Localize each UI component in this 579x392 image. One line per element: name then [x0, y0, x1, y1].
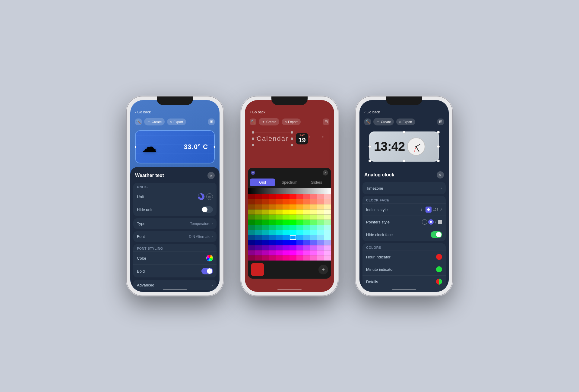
phone1-toolbar: 🔨 ＋ Create ⎋ Export ⊞: [130, 117, 220, 128]
font-label: Font: [137, 234, 189, 239]
indices-slash-btn[interactable]: /: [419, 207, 425, 213]
create-icon: ＋: [147, 119, 150, 124]
color-grid[interactable]: [248, 188, 331, 261]
indices-style-row: Indices style / 123 𝐼: [362, 203, 446, 216]
picker-tab-bar: Grid Spectrum Sliders: [248, 177, 331, 188]
handle-br[interactable]: [214, 162, 215, 163]
selected-swatch: [251, 263, 264, 276]
phone1-home-bar: [163, 289, 187, 290]
phone2-hammer-btn[interactable]: 🔨: [250, 119, 256, 125]
clock-handle-bl[interactable]: [369, 160, 371, 162]
color-picker-btn[interactable]: [206, 255, 213, 261]
popup-close-btn[interactable]: ×: [323, 170, 328, 175]
cloud-icon: ☁: [142, 138, 157, 156]
phone2-toolbar: 🔨 ＋ Create ⎋ Export ⊞: [245, 117, 334, 128]
cal-handle-tl[interactable]: [252, 131, 254, 134]
handle-ml[interactable]: [135, 145, 136, 148]
clock-handle-bm[interactable]: [403, 160, 406, 162]
clock-handle-tr[interactable]: [437, 131, 440, 134]
create3-icon: ＋: [376, 119, 380, 124]
advanced-label: Advanced: [137, 283, 212, 287]
phone1-layers-btn[interactable]: ⊞: [208, 119, 215, 125]
phone3-back-btn[interactable]: ‹ Go back: [364, 110, 380, 114]
add-color-btn[interactable]: +: [318, 265, 328, 274]
handle-tr[interactable]: [214, 130, 215, 131]
tab-spectrum[interactable]: Spectrum: [277, 179, 302, 186]
hide-clock-label: Hide clock face: [366, 232, 431, 237]
phone3-export-label: Export: [403, 120, 412, 124]
clock-face-color-label: Clock face: [366, 292, 436, 292]
phone3-hammer-btn[interactable]: 🔨: [364, 119, 371, 125]
tab-sliders[interactable]: Sliders: [304, 179, 329, 186]
phone3-create-btn[interactable]: ＋ Create: [373, 118, 394, 125]
phone3-close-btn[interactable]: ×: [437, 171, 444, 179]
clock-face-color-btn[interactable]: [436, 291, 442, 292]
clock-widget-wrapper: 13:42: [364, 129, 444, 164]
cal-handle-mr[interactable]: [291, 138, 293, 140]
phone3-screen: ‹ Go back 🔨 ＋ Create ⎋ Export: [359, 100, 449, 292]
clock-handle-mr[interactable]: [437, 145, 440, 148]
phone2-back-btn[interactable]: ‹ Go back: [250, 110, 265, 114]
phone1-close-btn[interactable]: ×: [207, 172, 215, 179]
bold-toggle[interactable]: [201, 268, 213, 274]
handle-bl[interactable]: [135, 162, 136, 163]
export3-icon: ⎋: [399, 120, 401, 124]
phone1-hammer-btn[interactable]: 🔨: [135, 119, 142, 125]
cal-handle-bl[interactable]: [252, 144, 254, 146]
calendar-preview-area: 1 2 3 4 5 6 Calendar: [250, 129, 329, 165]
pointers-style-row: Pointers style /: [362, 216, 446, 228]
phone3-layers-btn[interactable]: ⊞: [437, 119, 444, 125]
units-header: Units: [133, 183, 217, 190]
phone2-create-btn[interactable]: ＋ Create: [259, 118, 279, 125]
handle-tl[interactable]: [135, 130, 136, 131]
type-label: Type: [137, 221, 190, 226]
ptr-slash-btn[interactable]: /: [435, 219, 437, 225]
hide-clock-toggle[interactable]: [431, 231, 442, 238]
cal-handle-tr[interactable]: [291, 131, 293, 134]
clock-handle-ml[interactable]: [369, 145, 371, 148]
scene: ‹ Go back 🔨 ＋ Create ⎋ Export: [103, 78, 476, 314]
hide-unit-toggle[interactable]: [201, 206, 213, 213]
eyedropper-icon[interactable]: ✏: [251, 171, 255, 175]
cal-text-selection: Calendar: [253, 132, 292, 145]
phone2-home-bar: [277, 289, 302, 290]
color-label: Color: [137, 256, 206, 261]
ptr-circle-btn[interactable]: [422, 219, 427, 225]
hour-color-btn[interactable]: [436, 254, 442, 260]
phone1-create-label: Create: [152, 120, 162, 124]
phone1-export-btn[interactable]: ⎋ Export: [167, 119, 186, 125]
advanced-row[interactable]: Advanced ›: [133, 280, 217, 290]
details-color-btn[interactable]: [436, 279, 442, 285]
phone1-create-btn[interactable]: ＋ Create: [144, 118, 165, 125]
phone1-widget-preview: ☁ 33.0° C: [135, 130, 215, 163]
font-row[interactable]: Font DIN Alternate ›: [133, 231, 217, 242]
phone2-notch: [271, 96, 308, 105]
details-row: Details: [362, 275, 446, 288]
popup-header: ✏ ×: [248, 168, 331, 177]
phone1-back-btn[interactable]: ‹ Go back: [135, 110, 151, 114]
clock-handle-br[interactable]: [437, 160, 440, 162]
tab-grid[interactable]: Grid: [250, 179, 275, 186]
ptr-square-btn[interactable]: [438, 220, 442, 224]
timezone-section[interactable]: Timezone ›: [362, 182, 446, 194]
handle-mr[interactable]: [214, 145, 215, 148]
phone3-back-label: Go back: [366, 110, 380, 114]
indices-italic-btn[interactable]: 𝐼: [440, 207, 442, 213]
indices-icons: / 123 𝐼: [419, 207, 442, 213]
phone3-notch: [386, 96, 422, 105]
minute-color-btn[interactable]: [436, 266, 442, 272]
indices-123-label: 123: [432, 207, 439, 212]
clock-handle-tm[interactable]: [403, 131, 406, 134]
cal-handle-ml[interactable]: [252, 138, 254, 140]
hour-indicator-label: Hour indicator: [366, 255, 436, 259]
clock-selection-handles: [370, 132, 438, 161]
type-row[interactable]: Type Temperature ›: [133, 218, 217, 229]
colors-header: Colors: [362, 243, 446, 251]
phone2-layers-btn[interactable]: ⊞: [323, 119, 329, 125]
phone3-content: ‹ Go back 🔨 ＋ Create ⎋ Export: [359, 100, 449, 292]
phone2-export-btn[interactable]: ⎋ Export: [282, 119, 301, 125]
phone1-panel-title: Weather text: [135, 173, 164, 178]
phone3-export-btn[interactable]: ⎋ Export: [396, 119, 415, 125]
ptr-filled-btn[interactable]: [428, 219, 434, 225]
indices-dot-btn[interactable]: [426, 207, 432, 213]
